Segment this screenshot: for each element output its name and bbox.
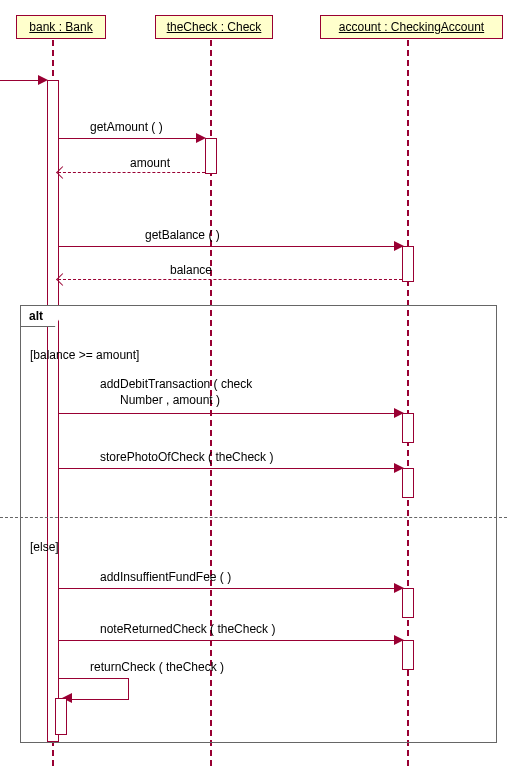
activation-account-insuff (402, 588, 414, 618)
activation-account-notereturned (402, 640, 414, 670)
msg-getbalance-line (58, 246, 398, 247)
participant-check-label: theCheck : Check (167, 20, 262, 34)
msg-getbalance-label: getBalance ( ) (145, 228, 220, 242)
activation-check-getamount (205, 138, 217, 174)
activation-account-storephoto (402, 468, 414, 498)
msg-returncheck-label: returnCheck ( theCheck ) (90, 660, 224, 674)
msg-addinsuff-line (58, 588, 398, 589)
msg-storephoto-line (58, 468, 398, 469)
msg-getamount-line (58, 138, 200, 139)
msg-addinsuff-label: addInsuffientFundFee ( ) (100, 570, 231, 584)
alt-divider (0, 517, 507, 518)
msg-amount-label: amount (130, 156, 170, 170)
msg-amount-line (58, 172, 205, 173)
participant-bank: bank : Bank (16, 15, 106, 39)
activation-account-adddebit (402, 413, 414, 443)
guard-balance-ge-amount: [balance >= amount] (30, 348, 139, 362)
msg-adddebit-label2: Number , amount ) (120, 393, 220, 407)
participant-bank-label: bank : Bank (29, 20, 92, 34)
msg-adddebit-line (58, 413, 398, 414)
msg-notereturned-label: noteReturnedCheck ( theCheck ) (100, 622, 275, 636)
guard-else: [else] (30, 540, 59, 554)
msg-storephoto-label: storePhotoOfCheck ( theCheck ) (100, 450, 273, 464)
msg-adddebit-label1: addDebitTransaction ( check (100, 377, 252, 391)
found-message-line (0, 80, 42, 81)
msg-notereturned-line (58, 640, 398, 641)
alt-label: alt (20, 305, 61, 327)
activation-account-getbalance (402, 246, 414, 282)
msg-balance-line (58, 279, 402, 280)
participant-check: theCheck : Check (155, 15, 273, 39)
participant-account: account : CheckingAccount (320, 15, 503, 39)
participant-account-label: account : CheckingAccount (339, 20, 484, 34)
activation-bank-returncheck (55, 698, 67, 735)
msg-balance-label: balance (170, 263, 212, 277)
msg-getamount-label: getAmount ( ) (90, 120, 163, 134)
